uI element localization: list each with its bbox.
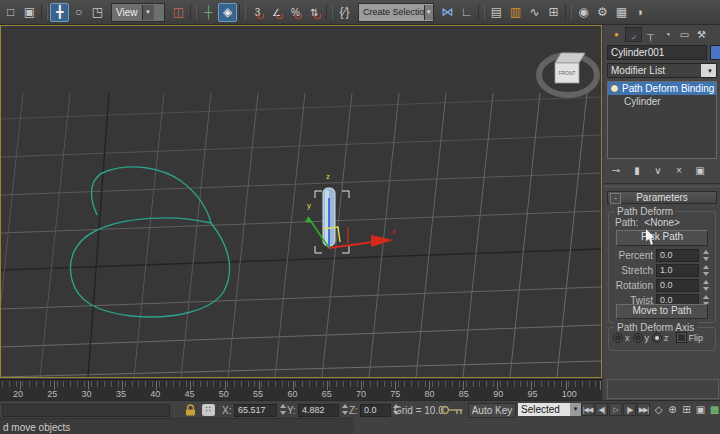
select-scale-button[interactable]: ◳ xyxy=(88,3,107,22)
modifier-list-dropdown[interactable]: Modifier List ▼ xyxy=(607,63,717,78)
zoom-button[interactable]: ⊕ xyxy=(666,403,679,416)
chevron-down-icon[interactable]: ▼ xyxy=(570,403,581,416)
stack-item-cylinder[interactable]: Cylinder xyxy=(608,95,716,108)
spinner-arrows[interactable] xyxy=(701,279,710,292)
spinner-value-field[interactable]: 1.0 xyxy=(656,264,699,277)
viewport-canvas[interactable]: z y x FRONT xyxy=(1,26,601,377)
select-move-button[interactable]: ╋ xyxy=(50,3,69,22)
spinner-arrows[interactable] xyxy=(701,249,710,262)
selection-lock-icon[interactable] xyxy=(184,404,197,416)
x-coord-field[interactable]: 65.517 xyxy=(234,404,277,417)
schematic-view-icon[interactable]: ⊞ xyxy=(544,3,563,22)
y-coord-label: Y: xyxy=(287,405,296,416)
y-coord-field[interactable]: 4.882 xyxy=(298,404,339,417)
set-keys-key-icon[interactable] xyxy=(440,404,466,417)
y-spinner[interactable] xyxy=(340,403,349,416)
window-crossing-icon[interactable]: ▣ xyxy=(20,3,39,22)
tab-hierarchy[interactable]: ┬ xyxy=(642,27,659,42)
absolute-offset-toggle-icon[interactable]: ∷ xyxy=(202,404,215,416)
z-coord-field[interactable]: 0.0 xyxy=(360,404,391,417)
axis-z-radio[interactable]: z xyxy=(652,333,669,343)
zoom-all-button[interactable]: ⊞ xyxy=(680,403,693,416)
frame-tick-label: 35 xyxy=(116,389,126,399)
move-to-path-button[interactable]: Move to Path xyxy=(616,304,708,319)
rendered-frame-icon[interactable]: ▦ xyxy=(612,3,631,22)
x-spinner[interactable] xyxy=(278,403,287,416)
reference-coordinate-value: View xyxy=(116,7,138,18)
use-pivot-center-icon[interactable]: ◫ xyxy=(169,3,188,22)
selection-set-filter-dropdown[interactable]: Selected ▼ xyxy=(518,403,581,416)
track-bar[interactable]: 20253035404550556065707580859095100 xyxy=(0,379,602,401)
frame-tick-label: 20 xyxy=(13,389,23,399)
named-selection-sets-icon[interactable]: {∕} xyxy=(335,3,354,22)
previous-frame-button[interactable]: ◀|| xyxy=(595,403,608,416)
zoom-extents-button[interactable]: ▣ xyxy=(694,403,707,416)
spinner-arrows[interactable] xyxy=(701,264,710,277)
object-color-swatch[interactable] xyxy=(710,45,720,60)
auto-key-button[interactable]: Auto Key xyxy=(468,403,516,418)
layer-manager-icon[interactable]: ▤ xyxy=(487,3,506,22)
select-manipulate-icon[interactable]: ┼ xyxy=(199,3,218,22)
make-unique-button[interactable]: ∨ xyxy=(650,163,666,178)
spinner-snap-icon[interactable]: ⇅ xyxy=(305,3,324,22)
pin-stack-button[interactable]: ⊸ xyxy=(608,163,624,178)
frame-tick-label: 55 xyxy=(253,389,263,399)
keyboard-override-button[interactable]: ◈ xyxy=(218,3,237,22)
modifier-onoff-bulb-icon[interactable] xyxy=(610,84,619,93)
play-button[interactable]: ▷ xyxy=(609,403,622,416)
chevron-down-icon[interactable]: ▼ xyxy=(142,5,154,20)
radio-icon[interactable] xyxy=(633,333,643,343)
rect-select-region-icon[interactable]: □ xyxy=(1,3,20,22)
flip-checkbox[interactable]: Flip xyxy=(676,332,704,343)
tab-create[interactable]: ● xyxy=(608,27,625,42)
material-editor-icon[interactable]: ◉ xyxy=(574,3,593,22)
radio-icon[interactable] xyxy=(613,333,623,343)
mirror-icon[interactable]: ⋈ xyxy=(438,3,457,22)
perspective-viewport[interactable]: z y x FRONT xyxy=(0,25,602,378)
render-production-icon[interactable]: ◗ xyxy=(631,3,650,22)
viewcube[interactable]: FRONT xyxy=(539,53,597,95)
prompt-line: d move objects xyxy=(0,418,354,434)
tab-motion[interactable]: ◔ xyxy=(659,27,676,42)
create-selection-set-dropdown[interactable]: Create Selection Se ▼ xyxy=(358,3,434,22)
checkbox-icon[interactable] xyxy=(676,332,687,343)
show-end-result-button[interactable]: ▮ xyxy=(629,163,645,178)
percent-snap-icon[interactable]: % xyxy=(286,3,305,22)
collapse-icon[interactable]: - xyxy=(610,193,621,204)
snap-toggle-3d-icon[interactable]: 3 xyxy=(248,3,267,22)
curve-editor-icon[interactable]: ∿ xyxy=(525,3,544,22)
axis-x-radio[interactable]: x xyxy=(613,333,630,343)
pick-path-button[interactable]: Pick Path xyxy=(616,230,708,246)
parameters-rollout-header[interactable]: - Parameters xyxy=(607,191,717,204)
spinner-label: Rotation xyxy=(611,280,656,291)
selection-set-value: Create Selection Se xyxy=(363,7,424,17)
stack-item-path-deform-binding[interactable]: Path Deform Binding (WS xyxy=(608,82,716,95)
reference-coordinate-dropdown[interactable]: View ▼ xyxy=(111,3,165,22)
chevron-down-icon[interactable]: ▼ xyxy=(701,64,716,77)
go-to-start-button[interactable]: |◀◀ xyxy=(581,403,594,416)
frame-tick-label: 85 xyxy=(459,389,469,399)
go-to-end-button[interactable]: ▶▶| xyxy=(637,403,650,416)
panel-divider xyxy=(604,183,720,187)
key-mode-toggle[interactable]: ◇ xyxy=(652,403,665,416)
render-setup-icon[interactable]: ⚙ xyxy=(593,3,612,22)
axis-y-radio[interactable]: y xyxy=(633,333,650,343)
scene-explorer-icon[interactable]: ▥ xyxy=(506,3,525,22)
select-rotate-button[interactable]: ○ xyxy=(69,3,88,22)
configure-modifier-sets-button[interactable]: ▣ xyxy=(692,163,708,178)
align-icon[interactable]: ∟ xyxy=(457,3,476,22)
chevron-down-icon[interactable]: ▼ xyxy=(424,5,433,20)
angle-snap-icon[interactable]: ∠ xyxy=(267,3,286,22)
next-frame-button[interactable]: ||▶ xyxy=(623,403,636,416)
z-coord-label: Z: xyxy=(349,405,358,416)
object-name-field[interactable]: Cylinder001 xyxy=(607,45,707,60)
tab-display[interactable]: ▭ xyxy=(676,27,693,42)
tab-modify[interactable]: ◞ xyxy=(625,27,642,42)
tab-utilities[interactable]: ⚒ xyxy=(693,27,710,42)
radio-icon[interactable] xyxy=(652,333,662,343)
zoom-extents-all-button[interactable]: ▩ xyxy=(708,403,720,416)
spinner-value-field[interactable]: 0.0 xyxy=(656,249,699,262)
viewcube-front-face[interactable]: FRONT xyxy=(558,70,575,76)
spinner-value-field[interactable]: 0.0 xyxy=(656,279,699,292)
remove-modifier-button[interactable]: × xyxy=(671,163,687,178)
